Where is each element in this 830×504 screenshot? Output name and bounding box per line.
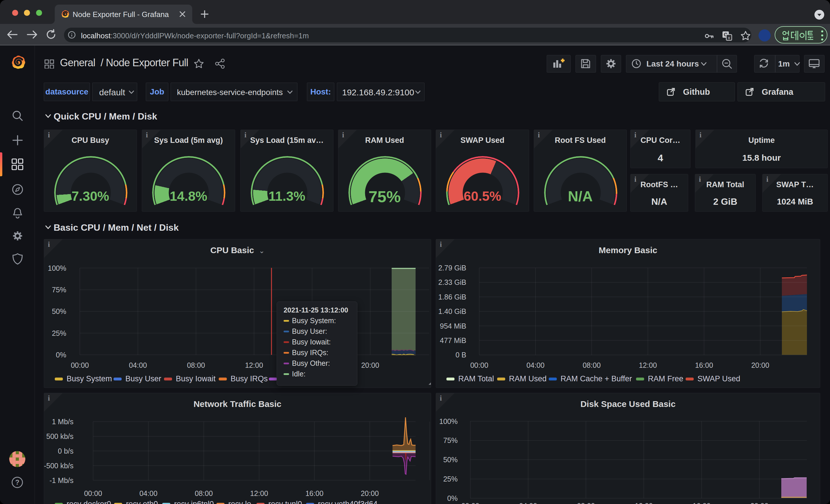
svg-text:0%: 0% [447,494,458,502]
svg-text:2.33 GiB: 2.33 GiB [438,278,466,286]
svg-text:500 kb/s: 500 kb/s [46,432,73,440]
svg-text:100%: 100% [439,417,458,425]
svg-text:20:00: 20:00 [361,489,379,497]
svg-text:-1 Mb/s: -1 Mb/s [50,476,73,484]
svg-text:20:00: 20:00 [361,361,379,369]
svg-text:12:00: 12:00 [245,361,263,369]
svg-text:08:00: 08:00 [577,502,595,504]
svg-text:20:00: 20:00 [751,361,769,369]
svg-text:08:00: 08:00 [583,361,601,369]
svg-text:12:00: 12:00 [635,502,653,504]
svg-text:08:00: 08:00 [187,361,205,369]
svg-text:04:00: 04:00 [139,489,158,497]
svg-text:100%: 100% [48,264,66,272]
svg-text:954 MiB: 954 MiB [440,322,466,330]
svg-text:1.86 GiB: 1.86 GiB [438,293,466,301]
svg-text:2.79 GiB: 2.79 GiB [438,264,466,272]
svg-text:75%: 75% [443,436,458,444]
svg-text:12:00: 12:00 [639,361,657,369]
svg-text:50%: 50% [443,456,458,464]
svg-text:1.40 GiB: 1.40 GiB [438,307,466,315]
svg-text:00:00: 00:00 [461,502,480,504]
svg-text:00:00: 00:00 [470,361,488,369]
svg-text:04:00: 04:00 [129,361,147,369]
svg-text:00:00: 00:00 [71,361,89,369]
svg-text:20:00: 20:00 [751,502,769,504]
svg-text:-500 kb/s: -500 kb/s [44,462,73,470]
svg-text:50%: 50% [52,307,66,315]
svg-text:477 MiB: 477 MiB [440,336,466,344]
svg-text:16:00: 16:00 [693,502,711,504]
svg-text:25%: 25% [443,475,458,483]
svg-text:0 B: 0 B [455,351,466,359]
svg-text:12:00: 12:00 [250,489,268,497]
svg-text:08:00: 08:00 [195,489,213,497]
svg-text:0 b/s: 0 b/s [58,447,73,455]
svg-text:x: x [728,35,730,40]
svg-text:16:00: 16:00 [695,361,713,369]
svg-text:00:00: 00:00 [84,489,102,497]
svg-text:04:00: 04:00 [519,502,537,504]
svg-text:0%: 0% [56,351,66,359]
svg-text:?: ? [15,478,20,486]
svg-text:75%: 75% [52,286,66,294]
svg-text:25%: 25% [52,329,66,337]
svg-text:1 Mb/s: 1 Mb/s [52,417,73,426]
svg-text:16:00: 16:00 [306,489,324,497]
svg-text:04:00: 04:00 [526,361,545,369]
